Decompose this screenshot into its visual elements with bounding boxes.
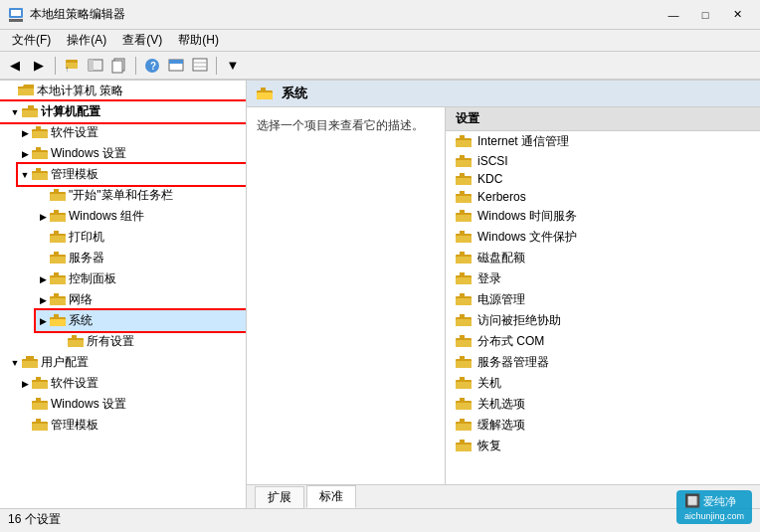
right-list-item[interactable]: KDC — [446, 170, 760, 188]
right-list-item[interactable]: iSCSI — [446, 152, 760, 170]
right-list[interactable]: Internet 通信管理 iSCSI KDC Kerberos — [446, 131, 760, 484]
svg-rect-2 — [9, 19, 23, 22]
toolbar-separator-2 — [135, 57, 136, 75]
svg-rect-91 — [456, 277, 472, 284]
right-list-item[interactable]: 服务器管理器 — [446, 352, 760, 373]
system-expand[interactable]: ▶ — [36, 314, 50, 328]
right-list-item[interactable]: 电源管理 — [446, 289, 760, 310]
right-list-item[interactable]: 缓解选项 — [446, 415, 760, 436]
printers-row[interactable]: 打印机 — [36, 227, 246, 248]
software-settings-row[interactable]: ▶ 软件设置 — [18, 122, 246, 143]
computer-config-row[interactable]: ▼ 计算机配置 — [0, 101, 246, 122]
svg-rect-52 — [68, 340, 84, 347]
svg-rect-18 — [28, 105, 34, 109]
control-panel-expand[interactable]: ▶ — [36, 272, 50, 286]
help-button[interactable]: ? — [141, 55, 163, 77]
admin-templates-expand[interactable]: ▼ — [18, 168, 32, 182]
computer-config-expand[interactable]: ▼ — [8, 105, 22, 119]
user-config-label: 用户配置 — [41, 354, 89, 371]
user-windows-settings-row[interactable]: Windows 设置 — [18, 394, 246, 415]
right-list-item[interactable]: Kerberos — [446, 188, 760, 206]
network-expand[interactable]: ▶ — [36, 293, 50, 307]
tree-root[interactable]: 本地计算机 策略 — [0, 81, 246, 101]
right-list-item[interactable]: 关机 — [446, 373, 760, 394]
svg-rect-27 — [36, 168, 41, 172]
show-hide-btn[interactable] — [85, 55, 106, 77]
svg-rect-67 — [257, 92, 273, 99]
right-list-item[interactable]: 登录 — [446, 268, 760, 289]
properties-button[interactable] — [165, 55, 187, 77]
status-text: 16 个设置 — [8, 511, 61, 528]
svg-rect-58 — [32, 382, 48, 389]
user-software-row[interactable]: ▶ 软件设置 — [18, 373, 246, 394]
software-settings-expand[interactable]: ▶ — [18, 126, 32, 140]
system-row[interactable]: ▶ 系统 — [36, 310, 246, 331]
menu-view[interactable]: 查看(V) — [114, 30, 170, 51]
user-config-expand[interactable]: ▼ — [8, 356, 22, 370]
user-config-row[interactable]: ▼ 用户配置 — [0, 352, 246, 373]
user-software-expand[interactable]: ▶ — [18, 377, 32, 391]
tab-extend[interactable]: 扩展 — [255, 486, 304, 508]
svg-rect-79 — [456, 196, 472, 203]
computer-config-children: ▶ 软件设置 ▶ Windows 设置 ▼ — [0, 122, 246, 352]
svg-rect-108 — [460, 398, 465, 402]
all-settings-row[interactable]: 所有设置 — [54, 331, 246, 352]
right-list-item[interactable]: 分布式 COM — [446, 331, 760, 352]
menu-file[interactable]: 文件(F) — [4, 30, 59, 51]
minimize-button[interactable]: — — [659, 5, 688, 25]
admin-templates-row[interactable]: ▼ 管理模板 — [18, 164, 246, 185]
tab-standard[interactable]: 标准 — [306, 485, 356, 508]
network-row[interactable]: ▶ 网络 — [36, 289, 246, 310]
right-settings-area: 设置 Internet 通信管理 iSCSI KDC — [446, 107, 760, 484]
right-list-item[interactable]: Windows 文件保护 — [446, 227, 760, 248]
start-menu-row[interactable]: "开始"菜单和任务栏 — [36, 185, 246, 206]
svg-rect-37 — [50, 236, 66, 243]
user-admin-templates-row[interactable]: 管理模板 — [18, 415, 246, 436]
svg-rect-31 — [50, 194, 66, 201]
right-list-item[interactable]: 关机选项 — [446, 394, 760, 415]
servers-row[interactable]: 服务器 — [36, 248, 246, 268]
maximize-button[interactable]: □ — [690, 5, 720, 25]
left-panel[interactable]: 本地计算机 策略 ▼ 计算机配置 ▶ 软件设置 — [0, 81, 247, 508]
svg-rect-43 — [50, 277, 66, 284]
computer-config-icon — [22, 105, 38, 119]
control-panel-row[interactable]: ▶ 控制面板 — [36, 268, 246, 289]
printers-label: 打印机 — [69, 229, 104, 246]
svg-rect-115 — [456, 444, 472, 451]
windows-components-expand[interactable]: ▶ — [36, 210, 50, 224]
user-software-icon — [32, 377, 48, 391]
right-list-item[interactable]: 访问被拒绝协助 — [446, 310, 760, 331]
svg-rect-72 — [460, 155, 465, 159]
windows-settings-icon — [32, 147, 48, 161]
svg-rect-45 — [54, 293, 59, 297]
close-button[interactable]: ✕ — [722, 5, 752, 25]
menu-action[interactable]: 操作(A) — [59, 30, 114, 51]
right-list-item[interactable]: 恢复 — [446, 436, 760, 456]
right-panel: 系统 选择一个项目来查看它的描述。 设置 Internet 通信管理 — [247, 81, 760, 508]
control-panel-icon — [50, 272, 66, 286]
windows-components-row[interactable]: ▶ Windows 组件 — [36, 206, 246, 227]
svg-rect-76 — [456, 178, 472, 185]
svg-rect-24 — [36, 147, 41, 151]
svg-rect-13 — [169, 60, 183, 64]
up-button[interactable]: ↑ — [61, 55, 83, 77]
right-list-item[interactable]: Windows 时间服务 — [446, 206, 760, 227]
forward-button[interactable]: ▶ — [28, 55, 50, 77]
svg-rect-22 — [32, 131, 48, 138]
copy-button[interactable] — [108, 55, 130, 77]
right-list-item[interactable]: 磁盘配额 — [446, 248, 760, 268]
right-list-item[interactable]: Internet 通信管理 — [446, 131, 760, 152]
svg-rect-60 — [36, 398, 41, 402]
windows-settings-row[interactable]: ▶ Windows 设置 — [18, 143, 246, 164]
svg-rect-55 — [22, 361, 38, 368]
root-folder-icon — [18, 85, 34, 98]
svg-rect-48 — [54, 314, 59, 318]
back-button[interactable]: ◀ — [4, 55, 26, 77]
menu-help[interactable]: 帮助(H) — [170, 30, 227, 51]
filter-button[interactable]: ▼ — [222, 55, 244, 77]
extend-button[interactable] — [189, 55, 211, 77]
svg-rect-61 — [32, 403, 48, 410]
menu-bar: 文件(F) 操作(A) 查看(V) 帮助(H) — [0, 30, 760, 52]
admin-templates-icon — [32, 168, 48, 182]
windows-settings-expand[interactable]: ▶ — [18, 147, 32, 161]
